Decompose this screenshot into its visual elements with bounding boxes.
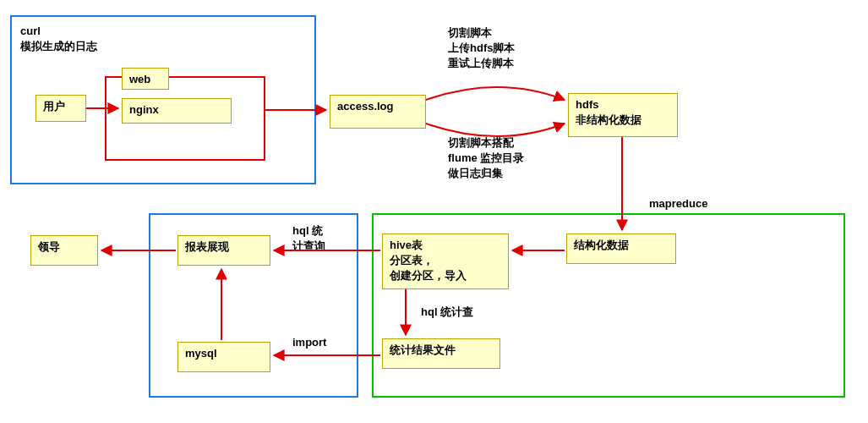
curl-text: curl <box>20 25 41 37</box>
mysql-label: mysql <box>185 347 217 360</box>
scripts-bottom: 切割脚本搭配 flume 监控目录 做日志归集 <box>448 135 524 182</box>
leader-label: 领导 <box>38 240 60 253</box>
box-mysql: mysql <box>177 342 270 372</box>
hql-q-1: hql 统 <box>292 224 323 237</box>
hive-l1: hive表 <box>390 239 423 251</box>
report-label: 报表展现 <box>185 240 229 253</box>
scripts-top-1: 切割脚本 <box>448 26 492 39</box>
box-web: web <box>122 68 169 90</box>
hive-l3: 创建分区，导入 <box>390 269 467 282</box>
box-hdfs: hdfs 非结构化数据 <box>568 93 678 137</box>
struct-label: 结构化数据 <box>574 239 629 251</box>
scripts-bot-2: flume 监控目录 <box>448 151 524 164</box>
box-user: 用户 <box>35 95 86 122</box>
box-accesslog: access.log <box>330 95 426 129</box>
box-statfile: 统计结果文件 <box>382 338 500 369</box>
nginx-label: nginx <box>129 103 159 116</box>
hql-stat-label: hql 统计查 <box>421 305 473 320</box>
hql-stat-text: hql 统计查 <box>421 305 473 318</box>
box-report: 报表展现 <box>177 235 270 266</box>
curl-sub: 模拟生成的日志 <box>20 40 97 52</box>
scripts-bot-1: 切割脚本搭配 <box>448 136 514 149</box>
box-nginx: nginx <box>122 98 232 124</box>
box-struct: 结构化数据 <box>566 233 676 264</box>
scripts-bot-3: 做日志归集 <box>448 167 503 179</box>
curl-title: curl 模拟生成的日志 <box>20 24 97 54</box>
user-label: 用户 <box>43 100 65 113</box>
accesslog-label: access.log <box>337 100 394 113</box>
hdfs-l1: hdfs <box>576 98 598 111</box>
mapreduce-label: mapreduce <box>649 196 707 212</box>
import-text: import <box>292 336 326 349</box>
hive-l2: 分区表， <box>390 254 434 266</box>
import-label: import <box>292 335 326 350</box>
scripts-top: 切割脚本 上传hdfs脚本 重试上传脚本 <box>448 25 515 72</box>
box-leader: 领导 <box>30 235 98 266</box>
mapreduce-text: mapreduce <box>649 197 707 210</box>
hql-query-label: hql 统 计查询 <box>292 223 325 254</box>
hdfs-l2: 非结构化数据 <box>576 113 641 126</box>
scripts-top-2: 上传hdfs脚本 <box>448 41 515 54</box>
web-label: web <box>129 73 150 85</box>
scripts-top-3: 重试上传脚本 <box>448 57 514 69</box>
statfile-label: 统计结果文件 <box>390 343 456 356</box>
hql-q-2: 计查询 <box>292 239 325 252</box>
diagram-canvas: curl 模拟生成的日志 用户 web nginx access.log 切割脚… <box>0 0 868 423</box>
box-hive: hive表 分区表， 创建分区，导入 <box>382 233 509 289</box>
